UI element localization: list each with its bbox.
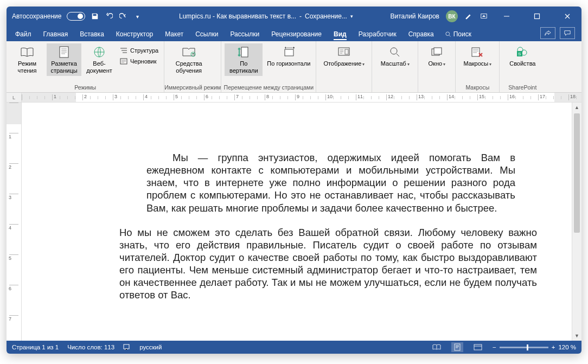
- maximize-button[interactable]: [525, 7, 549, 26]
- scroll-down-button[interactable]: ▼: [572, 331, 581, 341]
- group-zoom: Масштаб▾: [372, 41, 418, 92]
- tab-developer[interactable]: Разработчик: [353, 28, 402, 41]
- tab-review[interactable]: Рецензирование: [266, 28, 327, 41]
- reader-icon: [181, 46, 196, 59]
- group-macros: Макросы▾ Макросы: [456, 41, 500, 92]
- draft-button[interactable]: Черновик: [117, 56, 161, 66]
- zoom-out-button[interactable]: −: [493, 344, 496, 350]
- undo-icon[interactable]: [105, 12, 113, 21]
- svg-rect-20: [455, 344, 460, 350]
- scroll-up-button[interactable]: ▲: [572, 103, 581, 112]
- save-icon[interactable]: [91, 12, 99, 21]
- tab-home[interactable]: Главная: [38, 28, 74, 41]
- qat-more-icon[interactable]: ▾: [133, 12, 142, 21]
- svg-rect-21: [474, 344, 482, 350]
- svg-text:S: S: [518, 52, 521, 56]
- tab-view[interactable]: Вид: [328, 28, 352, 41]
- macros-button[interactable]: Макросы▾: [459, 43, 496, 69]
- window-button[interactable]: Окно▾: [421, 43, 452, 69]
- group-page-movement: По вертикали По горизонтали Перемещение …: [221, 41, 316, 92]
- search-icon: [445, 31, 451, 37]
- print-layout-button[interactable]: Разметка страницы: [47, 43, 81, 76]
- vertical-icon: [236, 46, 251, 59]
- redo-icon[interactable]: [119, 12, 127, 21]
- tab-references[interactable]: Ссылки: [190, 28, 223, 41]
- group-window: Окно▾: [418, 41, 456, 92]
- save-state: Сохранение...: [305, 12, 347, 20]
- statusbar: Страница 1 из 1 Число слов: 113 русский …: [7, 341, 581, 354]
- group-modes: Режим чтения Разметка страницы Веб-докум…: [7, 41, 164, 92]
- draft-icon: [119, 58, 128, 65]
- svg-rect-14: [472, 48, 480, 56]
- zoom-slider[interactable]: [500, 347, 548, 348]
- zoom-control: − + 120 %: [493, 344, 576, 350]
- group-display: Отображение▾: [316, 41, 372, 92]
- svg-point-2: [446, 32, 450, 36]
- tab-design[interactable]: Конструктор: [111, 28, 158, 41]
- page-icon: [56, 46, 72, 59]
- draw-icon[interactable]: [464, 12, 473, 21]
- autosave-label: Автосохранение: [12, 12, 61, 20]
- tab-insert[interactable]: Вставка: [74, 28, 110, 41]
- properties-button[interactable]: S Свойства: [503, 43, 542, 69]
- display-button[interactable]: Отображение▾: [319, 43, 368, 69]
- zoom-level[interactable]: 120 %: [558, 344, 576, 350]
- avatar[interactable]: ВК: [446, 10, 458, 22]
- ruler-horizontal[interactable]: L 12345678910111213141516171819: [7, 93, 581, 103]
- zoom-in-button[interactable]: +: [552, 344, 555, 350]
- scroll-thumb[interactable]: [574, 113, 580, 233]
- autosave-toggle[interactable]: [67, 12, 85, 21]
- document-title: Lumpics.ru - Как выравнивать текст в...: [179, 12, 296, 20]
- titlebar: Автосохранение ▾ Lumpics.ru - Как выравн…: [7, 7, 581, 26]
- sharepoint-icon: S: [515, 46, 530, 59]
- svg-rect-7: [241, 47, 248, 57]
- svg-rect-10: [345, 49, 348, 54]
- ribbon-tabs: Файл Главная Вставка Конструктор Макет С…: [7, 26, 581, 41]
- read-view-icon[interactable]: [431, 342, 443, 352]
- web-view-icon[interactable]: [472, 342, 484, 352]
- tab-file[interactable]: Файл: [10, 28, 37, 41]
- ruler-vertical[interactable]: 12345678: [7, 103, 22, 341]
- search-placeholder: Поиск: [453, 30, 471, 38]
- tab-mailings[interactable]: Рассылки: [225, 28, 265, 41]
- tab-help[interactable]: Справка: [403, 28, 439, 41]
- outline-icon: [119, 47, 128, 54]
- paragraph-1[interactable]: Мы — группа энтузиастов, одержимых идеей…: [119, 151, 537, 214]
- scrollbar-vertical[interactable]: ▲ ▼: [572, 103, 581, 341]
- app-window: Автосохранение ▾ Lumpics.ru - Как выравн…: [7, 7, 581, 354]
- horizontal-button[interactable]: По горизонтали: [265, 43, 312, 69]
- svg-point-11: [391, 48, 397, 54]
- web-layout-button[interactable]: Веб-документ: [84, 43, 115, 76]
- document-viewport[interactable]: Мы — группа энтузиастов, одержимых идеей…: [22, 103, 572, 341]
- search-box[interactable]: Поиск: [445, 30, 471, 41]
- horizontal-icon: [281, 46, 296, 59]
- paragraph-2[interactable]: Но мы не сможем это сделать без Вашей об…: [119, 226, 537, 302]
- svg-rect-1: [535, 14, 540, 19]
- zoom-button[interactable]: Масштаб▾: [375, 43, 414, 69]
- page-indicator[interactable]: Страница 1 из 1: [12, 344, 59, 350]
- minimize-button[interactable]: [495, 7, 519, 26]
- word-count[interactable]: Число слов: 113: [67, 344, 114, 350]
- display-icon: [336, 46, 351, 59]
- macros-icon: [470, 46, 485, 59]
- outline-button[interactable]: Структура: [117, 46, 161, 55]
- svg-rect-8: [285, 49, 293, 56]
- ribbon-display-icon[interactable]: [480, 12, 488, 21]
- language-indicator[interactable]: русский: [139, 344, 162, 350]
- close-button[interactable]: [555, 7, 579, 26]
- content-area: 12345678 Мы — группа энтузиастов, одержи…: [7, 103, 581, 341]
- share-button[interactable]: [540, 27, 555, 39]
- vertical-button[interactable]: По вертикали: [225, 43, 263, 76]
- learning-tools-button[interactable]: Средства обучения: [168, 43, 210, 76]
- proofing-icon[interactable]: [123, 344, 131, 350]
- read-mode-button[interactable]: Режим чтения: [10, 43, 44, 76]
- globe-icon: [92, 46, 107, 59]
- print-view-icon[interactable]: [451, 342, 463, 352]
- tab-layout[interactable]: Макет: [159, 28, 189, 41]
- group-sharepoint: S Свойства SharePoint: [500, 41, 545, 92]
- magnifier-icon: [387, 46, 402, 59]
- comments-button[interactable]: [560, 27, 575, 39]
- user-name[interactable]: Виталий Каиров: [390, 12, 439, 20]
- group-immersive: Средства обучения Иммерсивный режим: [164, 41, 221, 92]
- book-icon: [20, 46, 35, 59]
